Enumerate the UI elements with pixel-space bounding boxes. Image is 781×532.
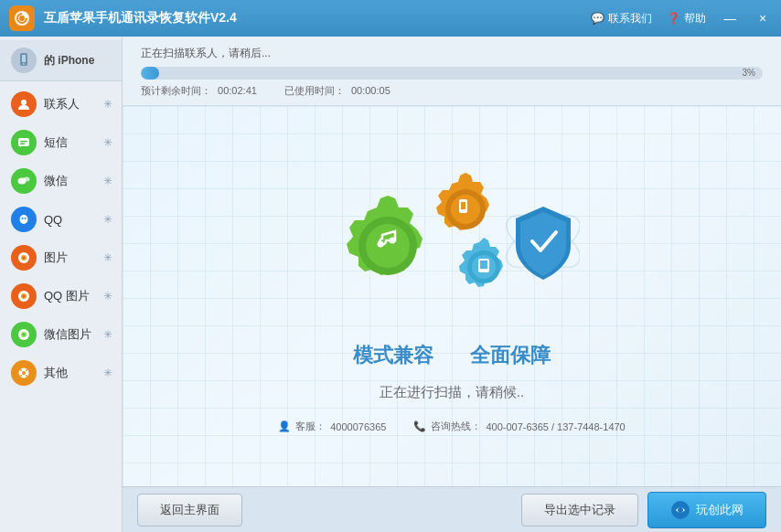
support-label-2: 咨询热线： (431, 420, 481, 433)
svg-point-13 (25, 218, 27, 219)
sidebar-item-other[interactable]: 其他 ✳ (0, 354, 122, 392)
brand-text: 玩创此网 (696, 502, 744, 518)
support-icon-2: 📞 (413, 420, 426, 432)
wechat-photos-spinner: ✳ (103, 328, 112, 341)
svg-point-5 (21, 100, 27, 105)
svg-point-1 (19, 16, 25, 21)
sidebar-item-photos[interactable]: 图片 ✳ (0, 239, 122, 277)
tagline-text-1: 模式兼容 (353, 342, 433, 369)
svg-point-24 (22, 371, 26, 375)
svg-rect-7 (20, 141, 27, 143)
progress-area: 正在扫描联系人，请稍后... 3% 预计剩余时间： 00:02:41 已使用时间… (123, 37, 781, 106)
device-item: 的 iPhone (0, 40, 122, 81)
contacts-spinner: ✳ (103, 98, 112, 111)
sidebar: 的 iPhone 联系人 ✳ 短信 ✳ 微信 ✳ (0, 37, 123, 532)
progress-bar-fill (141, 67, 159, 80)
sidebar-item-sms[interactable]: 短信 ✳ (0, 123, 122, 162)
scan-status: 正在进行扫描，请稍候.. (278, 384, 625, 401)
qq-photos-spinner: ✳ (103, 290, 112, 303)
qq-spinner: ✳ (103, 213, 112, 226)
svg-point-46 (678, 507, 683, 513)
sms-label: 短信 (44, 134, 96, 151)
brand-button[interactable]: 玩创此网 (647, 492, 766, 528)
qq-icon (11, 207, 37, 232)
wechat-spinner: ✳ (103, 175, 112, 187)
progress-status: 正在扫描联系人，请稍后... (141, 46, 763, 61)
wechat-photos-label: 微信图片 (44, 326, 96, 343)
progress-times: 预计剩余时间： 00:02:41 已使用时间： 00:00:05 (141, 84, 763, 98)
svg-rect-41 (480, 261, 487, 269)
svg-rect-42 (482, 271, 486, 272)
photos-spinner: ✳ (103, 251, 112, 264)
brand-icon (670, 500, 690, 520)
progress-bar: 3% (141, 67, 763, 80)
illustration-content: 模式兼容 全面保障 正在进行扫描，请稍候.. 👤 客服： 4000076365 … (278, 159, 625, 433)
support-icon-1: 👤 (278, 420, 291, 432)
svg-point-27 (20, 375, 22, 377)
main-container: 的 iPhone 联系人 ✳ 短信 ✳ 微信 ✳ (0, 37, 781, 532)
help-button[interactable]: ❓ 帮助 (667, 11, 706, 27)
contact-us-button[interactable]: 💬 联系我们 (591, 11, 652, 27)
estimated-label: 预计剩余时间： 00:02:41 (141, 84, 257, 98)
svg-point-30 (366, 224, 410, 268)
wechat-icon (11, 168, 37, 194)
app-title: 互盾苹果手机通讯录恢复软件V2.4 (44, 10, 591, 27)
svg-point-28 (26, 375, 27, 377)
title-bar-actions: 💬 联系我们 ❓ 帮助 — × (591, 11, 772, 27)
photos-label: 图片 (44, 250, 96, 266)
svg-point-10 (24, 177, 30, 182)
device-icon (11, 48, 37, 73)
gears-shield (278, 159, 625, 324)
svg-point-11 (20, 215, 28, 224)
progress-percent: 3% (743, 69, 755, 78)
other-icon (11, 360, 37, 386)
support-item-2: 📞 咨询热线： 400-007-6365 / 137-7448-1470 (413, 420, 625, 433)
used-label: 已使用时间： 00:00:05 (284, 84, 390, 98)
export-button[interactable]: 导出选中记录 (521, 494, 638, 527)
svg-point-16 (23, 257, 26, 260)
svg-rect-8 (20, 144, 25, 145)
svg-point-26 (26, 369, 27, 371)
svg-point-19 (23, 295, 26, 298)
sidebar-item-contacts[interactable]: 联系人 ✳ (0, 85, 122, 123)
sidebar-item-wechat[interactable]: 微信 ✳ (0, 162, 122, 200)
wechat-photos-icon (11, 322, 37, 347)
close-button[interactable]: × (754, 11, 772, 26)
svg-point-37 (462, 211, 464, 213)
other-spinner: ✳ (103, 367, 112, 379)
illustration-area: 模式兼容 全面保障 正在进行扫描，请稍候.. 👤 客服： 4000076365 … (123, 106, 781, 486)
svg-point-25 (20, 369, 22, 371)
support-info: 👤 客服： 4000076365 📞 咨询热线： 400-007-6365 / … (278, 420, 625, 433)
contacts-icon (11, 91, 37, 117)
sms-icon (11, 130, 37, 155)
qq-photos-label: QQ 图片 (44, 288, 96, 304)
sidebar-item-qq[interactable]: QQ ✳ (0, 200, 122, 239)
photos-icon (11, 245, 37, 271)
support-item-1: 👤 客服： 4000076365 (278, 420, 386, 433)
gears-svg (324, 159, 580, 324)
support-value-1: 4000076365 (330, 421, 386, 432)
svg-point-22 (23, 334, 26, 336)
svg-point-12 (22, 218, 24, 219)
tagline-text-2: 全面保障 (470, 342, 551, 369)
svg-point-31 (377, 241, 383, 248)
app-logo (9, 5, 35, 31)
sidebar-item-wechat-photos[interactable]: 微信图片 ✳ (0, 315, 122, 354)
support-label-1: 客服： (295, 420, 326, 433)
svg-rect-3 (22, 55, 26, 62)
qq-photos-icon (11, 283, 37, 309)
svg-point-32 (389, 238, 395, 244)
minimize-button[interactable]: — (721, 11, 739, 26)
contacts-label: 联系人 (44, 96, 96, 112)
back-button[interactable]: 返回主界面 (137, 494, 242, 527)
svg-point-4 (23, 63, 25, 65)
qq-label: QQ (44, 213, 96, 227)
title-bar: 互盾苹果手机通讯录恢复软件V2.4 💬 联系我们 ❓ 帮助 — × (0, 0, 781, 37)
sidebar-item-qq-photos[interactable]: QQ 图片 ✳ (0, 277, 122, 315)
svg-rect-36 (461, 202, 465, 209)
device-name: 的 iPhone (44, 53, 94, 69)
wechat-label: 微信 (44, 173, 96, 189)
sms-spinner: ✳ (103, 136, 112, 149)
bottom-bar: 返回主界面 导出选中记录 玩创此网 (123, 486, 781, 532)
question-icon: ❓ (667, 12, 680, 25)
